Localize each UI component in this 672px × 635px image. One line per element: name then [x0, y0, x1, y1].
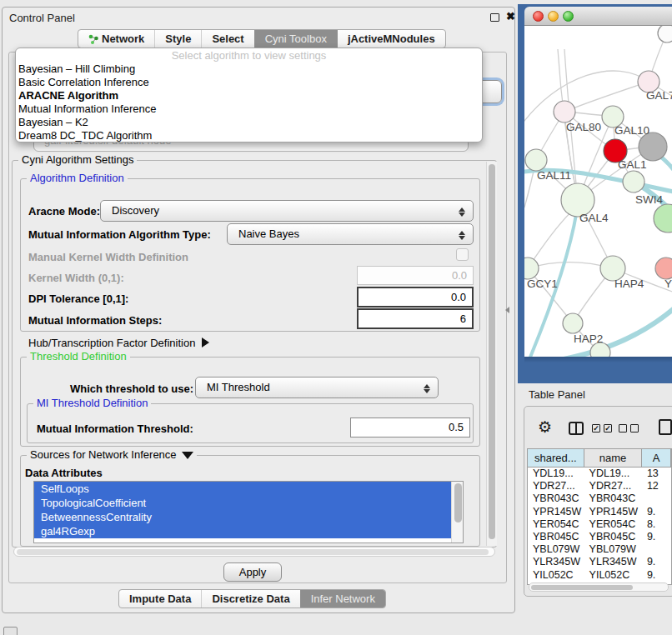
table-cell: 9.: [642, 556, 671, 568]
network-node-GCY1[interactable]: [524, 258, 539, 279]
table-horizontal-scrollbar[interactable]: [529, 582, 669, 592]
network-icon: [88, 34, 98, 44]
table-cell: 9.: [642, 506, 671, 518]
network-node-node-green-big[interactable]: [654, 204, 672, 232]
algorithm-option[interactable]: Bayesian – Hill Climbing: [16, 62, 482, 76]
columns-icon[interactable]: [569, 422, 584, 435]
attributes-list-scrollbar[interactable]: [451, 482, 463, 542]
tab-discretize-data[interactable]: Discretize Data: [201, 590, 299, 608]
node-table: shared...nameA YDL19...YDL19...13YDR27..…: [527, 448, 672, 585]
checkbox-unchecked-icon[interactable]: [630, 424, 639, 432]
which-threshold-combobox[interactable]: MI Threshold: [195, 377, 439, 398]
attribute-item[interactable]: gal4RGexp: [34, 524, 451, 538]
algorithm-option[interactable]: ARACNE Algorithm: [16, 89, 482, 102]
mi-steps-field[interactable]: 6: [357, 308, 474, 329]
tab-infer-network[interactable]: Infer Network: [300, 590, 385, 608]
tab-style[interactable]: Style: [154, 30, 201, 48]
horizontal-scrollbar-thumb[interactable]: [17, 549, 489, 555]
infer-tabs: Impute DataDiscretize DataInfer Network: [118, 589, 386, 608]
network-node-SWI4[interactable]: [623, 171, 644, 192]
threshold-definition-title: Threshold Definition: [27, 351, 130, 362]
table-cell: YDL19...: [528, 468, 584, 480]
table-row[interactable]: YBR045CYBR045C9.: [528, 531, 671, 543]
settings-scrollbar-thumb[interactable]: [489, 164, 495, 539]
hub-definition-expander[interactable]: Hub/Transcription Factor Definition: [28, 337, 209, 349]
attribute-item[interactable]: TopologicalCoefficient: [34, 496, 451, 510]
algorithm-option[interactable]: Basic Correlation Inference: [16, 76, 482, 89]
aracne-mode-combobox[interactable]: Discovery: [100, 200, 474, 222]
apply-button[interactable]: Apply: [223, 562, 282, 582]
tab-label: jActiveMNodules: [348, 30, 435, 48]
attributes-scrollbar-thumb[interactable]: [454, 483, 462, 522]
mac-minimize-icon[interactable]: [548, 11, 559, 22]
dpi-tolerance-field[interactable]: 0.0: [357, 287, 474, 308]
tab-network[interactable]: Network: [78, 30, 154, 48]
attribute-item[interactable]: SelfLoops: [34, 482, 451, 496]
sources-group-title[interactable]: Sources for Network Inference: [27, 449, 197, 461]
which-threshold-label: Which threshold to use:: [70, 382, 193, 395]
column-header[interactable]: A: [642, 449, 671, 467]
algorithm-option[interactable]: Mutual Information Inference: [16, 102, 482, 116]
table-cell: 8.: [642, 518, 671, 531]
settings-vertical-scrollbar[interactable]: [486, 162, 497, 546]
tab-jactivemnodules[interactable]: jActiveMNodules: [337, 30, 445, 48]
document-icon[interactable]: [659, 419, 672, 435]
checkbox-unchecked-icon[interactable]: [619, 424, 627, 432]
table-scrollbar-thumb[interactable]: [531, 585, 633, 591]
column-header[interactable]: name: [584, 449, 642, 467]
mi-algorithm-type-combobox[interactable]: Naive Bayes: [227, 223, 474, 245]
table-cell: YER054C: [528, 518, 584, 531]
tab-select[interactable]: Select: [201, 30, 253, 48]
mac-close-icon[interactable]: [533, 11, 544, 22]
network-edge[interactable]: [564, 82, 649, 112]
manual-kernel-checkbox[interactable]: [456, 248, 469, 261]
table-row[interactable]: YBL079WYBL079W: [528, 543, 671, 556]
mi-algorithm-type-value: Naive Bayes: [238, 228, 299, 240]
mac-zoom-icon[interactable]: [563, 11, 574, 22]
network-edge[interactable]: [524, 71, 649, 128]
data-attributes-list[interactable]: SelfLoopsTopologicalCoefficientBetweenne…: [33, 481, 464, 543]
network-node-node-gray[interactable]: [639, 132, 667, 161]
network-canvas[interactable]: GAL7GAL80GAL10GAL1GAL11SWI4GAL4GCY1HAP4Y…: [524, 26, 672, 357]
table-row[interactable]: YPR145WYPR145W9.: [528, 506, 671, 518]
algorithm-option[interactable]: Dream8 DC_TDC Algorithm: [16, 129, 482, 142]
table-cell: YDR27...: [528, 480, 584, 492]
mi-threshold-field[interactable]: 0.5: [350, 418, 470, 438]
tab-cyni-toolbox[interactable]: Cyni Toolbox: [254, 30, 337, 48]
table-row[interactable]: YIL052CYIL052C9.: [528, 569, 671, 582]
table-row[interactable]: YDL19...YDL19...13: [528, 468, 671, 480]
gear-icon[interactable]: ⚙: [538, 418, 552, 436]
kernel-width-field[interactable]: 0.0: [357, 266, 474, 285]
network-node-GAL80[interactable]: [554, 101, 575, 122]
attribute-item[interactable]: BetweennessCentrality: [34, 510, 451, 524]
network-node-HAP2[interactable]: [563, 313, 583, 333]
algorithm-option[interactable]: Bayesian – K2: [16, 116, 482, 129]
table-row[interactable]: YDR27...YDR27...12: [528, 480, 671, 492]
tab-label: Impute Data: [129, 590, 191, 608]
which-threshold-value: MI Threshold: [207, 381, 270, 393]
network-node-node-salmon[interactable]: [655, 258, 672, 279]
settings-horizontal-scrollbar[interactable]: [13, 547, 495, 557]
table-cell: 9.: [642, 569, 671, 582]
aracne-mode-label: Aracne Mode:: [28, 205, 100, 218]
network-node-node-top-partial[interactable]: [658, 26, 672, 42]
table-cell: YDL19...: [584, 468, 642, 480]
close-icon[interactable]: ✖: [506, 10, 515, 22]
control-panel-tabs: NetworkStyleSelectCyni ToolboxjActiveMNo…: [78, 29, 446, 48]
table-row[interactable]: YBR043CYBR043C: [528, 492, 671, 505]
table-cell: YBL079W: [528, 543, 584, 556]
column-header[interactable]: shared...: [528, 449, 584, 467]
dpi-tolerance-label: DPI Tolerance [0,1]:: [28, 292, 128, 305]
table-cell: YLR345W: [528, 556, 584, 568]
mi-algorithm-type-label: Mutual Information Algorithm Type:: [28, 228, 211, 241]
checkbox-checked-icon[interactable]: ✓: [592, 424, 600, 432]
network-node-GAL11[interactable]: [525, 149, 547, 171]
splitpane-collapse-arrow[interactable]: [505, 307, 509, 313]
table-row[interactable]: YER054CYER054C8.: [528, 518, 671, 531]
checkbox-checked-icon[interactable]: ✓: [604, 424, 612, 432]
float-window-icon[interactable]: [490, 13, 499, 22]
tab-impute-data[interactable]: Impute Data: [119, 590, 201, 608]
network-window-titlebar[interactable]: [524, 7, 672, 26]
hub-definition-label: Hub/Transcription Factor Definition: [28, 337, 195, 349]
table-row[interactable]: YLR345WYLR345W9.: [528, 556, 671, 568]
